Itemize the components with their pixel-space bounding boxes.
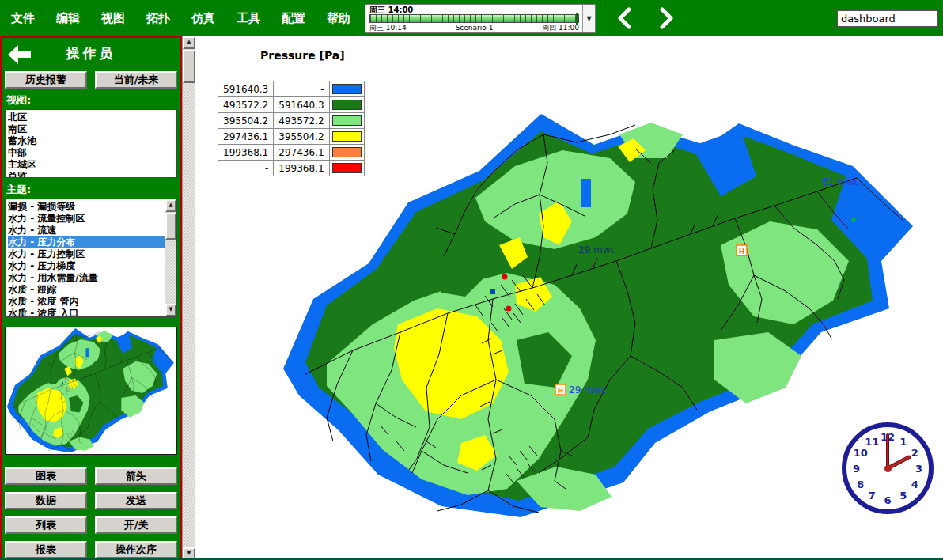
menu-tools[interactable]: 工具	[237, 11, 260, 26]
theme-item[interactable]: 水力 - 压力控制区	[8, 248, 165, 260]
arrow-left-icon	[6, 44, 33, 66]
arrows-button[interactable]: 箭头	[95, 467, 177, 485]
themes-listbox: 漏损 - 漏损等级 水力 - 流量控制区 水力 - 流速 水力 - 压力分布 水…	[5, 199, 177, 317]
legend-from: 297436.1	[218, 129, 274, 145]
legend-swatch	[329, 81, 364, 97]
step-back-button[interactable]	[615, 6, 634, 30]
timeline-start-label: 周三 10:14	[369, 24, 407, 32]
scroll-down-icon[interactable]: ▼	[183, 547, 195, 560]
menu-help[interactable]: 帮助	[327, 11, 350, 26]
analog-clock: 123456789101112	[842, 422, 934, 514]
view-item-south[interactable]: 南区	[8, 123, 176, 135]
pressure-label: 61 mwc	[822, 176, 859, 187]
clock-number: 4	[911, 478, 918, 490]
current-future-button[interactable]: 当前/未来	[95, 71, 177, 89]
theme-item-selected[interactable]: 水力 - 压力分布	[8, 236, 165, 248]
timeline-labels: 周三 10:14 Scenario 1 周四 11:00	[369, 24, 579, 32]
pressure-label: 29 mwc	[569, 384, 606, 395]
themes-scrollbar[interactable]: ▲ ▼	[165, 199, 176, 316]
clock-number: 5	[899, 490, 907, 501]
app-window: 文件 编辑 视图 拓扑 仿真 工具 配置 帮助 周三 14:00 周三 10:1…	[0, 0, 943, 560]
data-button[interactable]: 数据	[5, 492, 87, 509]
scrollbar-track[interactable]	[165, 240, 176, 304]
theme-item[interactable]: 水质 - 跟踪	[8, 284, 165, 296]
view-item-reservoir[interactable]: 蓄水池	[8, 135, 176, 147]
pressure-label: 29 mwc	[578, 244, 615, 255]
content-area: 操作员 历史报警 当前/未来 视图: 北区 南区 蓄水池 中部 主城区 总览 主…	[0, 36, 943, 560]
timeline-scenario-label: Scenario 1	[456, 24, 494, 32]
back-button[interactable]	[6, 44, 33, 66]
legend-from: -	[218, 161, 274, 176]
theme-item[interactable]: 水质 - 浓度 入口	[8, 308, 165, 316]
themes-list: 漏损 - 漏损等级 水力 - 流量控制区 水力 - 流速 水力 - 压力分布 水…	[6, 199, 165, 316]
timeline-current-time: 周三 14:00	[369, 6, 579, 14]
scroll-up-icon[interactable]: ▲	[165, 199, 176, 212]
scroll-down-icon[interactable]: ▼	[165, 304, 176, 316]
send-button[interactable]: 发送	[95, 492, 177, 509]
hydrant-marker[interactable]: H	[555, 384, 566, 395]
dashboard-input[interactable]	[837, 10, 938, 27]
clock-number: 2	[911, 447, 918, 459]
view-item-main-city[interactable]: 主城区	[8, 159, 176, 171]
legend-title: Pressure [Pa]	[260, 49, 345, 62]
chart-button[interactable]: 图表	[5, 467, 87, 485]
menu-view[interactable]: 视图	[101, 11, 125, 26]
time-slider-widget[interactable]: 周三 14:00 周三 10:14 Scenario 1 周四 11:00 ▼	[365, 4, 596, 33]
panel-title: 操作员	[66, 44, 116, 62]
view-item-overview[interactable]: 总览	[8, 171, 176, 178]
scrollbar-thumb[interactable]	[165, 213, 176, 240]
menu-edit[interactable]: 编辑	[56, 11, 80, 26]
theme-item[interactable]: 水力 - 流量控制区	[8, 213, 165, 225]
chevron-right-icon	[660, 7, 674, 29]
clock-minute-hand	[886, 433, 889, 468]
minimap-graphic	[6, 327, 176, 455]
theme-item[interactable]: 水质 - 浓度 管内	[8, 296, 165, 308]
themes-label: 主题:	[6, 183, 177, 197]
view-item-central[interactable]: 中部	[8, 147, 176, 159]
menu-simulation[interactable]: 仿真	[191, 11, 215, 26]
step-navigation	[615, 6, 676, 30]
report-button[interactable]: 报表	[5, 541, 87, 558]
scroll-up-icon[interactable]: ▲	[183, 36, 195, 49]
theme-item[interactable]: 水力 - 压力梯度	[8, 260, 165, 272]
chevron-left-icon	[617, 7, 631, 29]
chevron-down-icon: ▼	[586, 15, 591, 22]
views-listbox: 北区 南区 蓄水池 中部 主城区 总览	[5, 109, 177, 178]
timeline-slider-bar[interactable]	[369, 14, 579, 23]
step-forward-button[interactable]	[657, 6, 676, 30]
scrollbar-thumb[interactable]	[183, 50, 195, 83]
operator-panel: 操作员 历史报警 当前/未来 视图: 北区 南区 蓄水池 中部 主城区 总览 主…	[0, 36, 182, 560]
timeline-end-label: 周四 11:00	[542, 24, 579, 32]
legend-from: 395504.2	[218, 113, 274, 129]
operation-sequence-button[interactable]: 操作次序	[95, 541, 177, 558]
panel-header: 操作员	[5, 41, 177, 66]
menu-bar: 文件 编辑 视图 拓扑 仿真 工具 配置 帮助 周三 14:00 周三 10:1…	[0, 0, 943, 36]
clock-number: 3	[915, 463, 922, 475]
overview-minimap[interactable]	[5, 327, 177, 455]
view-item-north[interactable]: 北区	[8, 112, 176, 123]
on-off-button[interactable]: 开/关	[95, 516, 177, 534]
list-button[interactable]: 列表	[5, 516, 87, 534]
theme-item[interactable]: 漏损 - 漏损等级	[8, 201, 165, 213]
menu-file[interactable]: 文件	[11, 11, 35, 26]
hydrant-label: H	[739, 248, 745, 255]
action-buttons-grid: 图表 箭头 数据 发送 列表 开/关 报表 操作次序	[5, 467, 177, 558]
clock-number: 10	[854, 447, 868, 459]
alarm-buttons-row: 历史报警 当前/未来	[5, 71, 177, 89]
legend-from: 493572.2	[218, 97, 274, 113]
theme-item[interactable]: 水力 - 流速	[8, 225, 165, 236]
views-label: 视图:	[6, 93, 177, 108]
timeline-dropdown-button[interactable]: ▼	[582, 5, 595, 32]
history-alarms-button[interactable]: 历史报警	[5, 71, 87, 89]
legend-row: 591640.3 -	[218, 81, 365, 97]
network-map[interactable]: H H 29 mwc 61 mwc 29 mwc	[278, 101, 922, 532]
theme-item[interactable]: 水力 - 用水需量/流量	[8, 272, 165, 284]
menu-topology[interactable]: 拓扑	[146, 11, 170, 26]
menu-config[interactable]: 配置	[282, 11, 305, 26]
panel-scrollbar[interactable]: ▲ ▼	[182, 36, 195, 560]
clock-number: 6	[884, 494, 891, 505]
hydrant-marker[interactable]: H	[737, 245, 747, 255]
scrollbar-track[interactable]	[183, 83, 195, 547]
legend-to: -	[274, 81, 329, 97]
clock-number: 8	[857, 478, 864, 490]
